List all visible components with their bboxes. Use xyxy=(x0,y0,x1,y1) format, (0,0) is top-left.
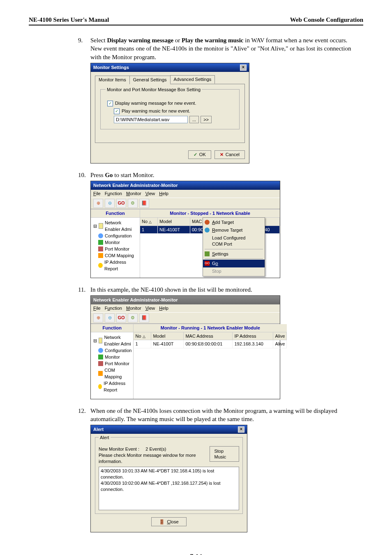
nea2-titlebar: Network Enabler Administrator-Monitor xyxy=(91,296,280,304)
x-icon: ✕ xyxy=(220,152,224,158)
alert-close-button[interactable]: 🚪 Close xyxy=(151,517,186,526)
toolbar-add-icon-2[interactable]: ⊕ xyxy=(93,313,103,322)
tree-port-monitor[interactable]: Port Monitor xyxy=(98,246,138,252)
tree-com-mapping[interactable]: COM Mapping xyxy=(98,252,138,259)
menu-monitor-2[interactable]: Monitor xyxy=(126,305,141,311)
toolbar-settings-icon-2[interactable]: ⚙ xyxy=(128,313,138,322)
function-tree: ⊟Network Enabler Admi Configuration Moni… xyxy=(91,218,140,278)
step-10: 10. Press Go to start Monitor. xyxy=(78,171,359,179)
alert-close-icon[interactable]: × xyxy=(238,426,244,433)
ctx-settings[interactable]: Settings xyxy=(203,250,265,258)
col-alive[interactable]: Alive xyxy=(273,332,287,340)
display-warning-checkbox[interactable]: ✓ xyxy=(107,101,113,106)
play-preview-button[interactable]: >> xyxy=(201,116,212,123)
ctx-stop: Stop xyxy=(203,267,265,275)
page-number: 7-14 xyxy=(29,553,363,555)
ctx-load-com[interactable]: Load Configured COM Port xyxy=(203,234,265,248)
nea1-menubar: File Function Monitor View Help xyxy=(91,190,280,198)
display-warning-label: Display warning message for new event. xyxy=(115,100,196,106)
menu-function[interactable]: Function xyxy=(105,191,122,197)
menu-file[interactable]: File xyxy=(93,191,101,197)
ctx-separator xyxy=(205,249,263,249)
ok-button[interactable]: ✓ OK xyxy=(188,150,211,159)
settings-icon xyxy=(205,251,210,256)
menu-view-2[interactable]: View xyxy=(145,305,155,311)
function-tree-2: ⊟Network Enabler Admi Configuration Moni… xyxy=(91,332,133,399)
chapter-title: Web Console Configuration xyxy=(290,16,363,23)
nea1-title: Network Enabler Administrator-Monitor xyxy=(93,182,178,189)
ctx-add-target[interactable]: Add Target xyxy=(203,219,265,226)
alert-titlebar: Alert × xyxy=(91,425,247,434)
ctx-go[interactable]: GOGo xyxy=(203,260,265,267)
tree-monitor-2[interactable]: Monitor xyxy=(98,354,131,360)
col-model-2[interactable]: Model xyxy=(151,332,184,340)
manual-title: NE-4100 Series User's Manual xyxy=(29,16,109,23)
stop-music-button[interactable]: Stop Music xyxy=(210,446,239,462)
browse-button[interactable]: ... xyxy=(189,116,199,123)
tree-configuration-2[interactable]: Configuration xyxy=(98,347,131,354)
group-title: Monitor and Port Monitor Message Box Set… xyxy=(106,87,202,93)
monitor-settings-dialog: Monitor Settings × Monitor Items General… xyxy=(90,63,249,164)
play-music-checkbox-row: ✓ Play warning music for new event. xyxy=(114,108,234,114)
nea1-toolbar: ⊕ ⊖ GO ⚙ 📕 xyxy=(91,198,280,209)
alert-event-line: New Monitor Event : 2 Event(s) xyxy=(99,446,210,452)
page-header: NE-4100 Series User's Manual Web Console… xyxy=(29,16,363,25)
col-no[interactable]: No △ xyxy=(140,218,158,226)
monitor-settings-titlebar: Monitor Settings × xyxy=(91,63,249,72)
menu-help[interactable]: Help xyxy=(159,191,168,197)
folder-icon xyxy=(99,223,103,229)
close-icon[interactable]: × xyxy=(240,64,247,71)
menu-help-2[interactable]: Help xyxy=(159,305,168,311)
menu-function-2[interactable]: Function xyxy=(105,305,122,311)
tree-root[interactable]: ⊟Network Enabler Admi xyxy=(93,219,138,233)
toolbar-exit-icon[interactable]: 📕 xyxy=(139,199,149,208)
tree-ip-report-2[interactable]: IP Address Report xyxy=(98,380,131,393)
toolbar-go-button-2[interactable]: GO xyxy=(116,313,126,322)
col-model[interactable]: Model xyxy=(158,218,190,226)
toolbar-remove-icon[interactable]: ⊖ xyxy=(105,199,115,208)
toolbar-go-button[interactable]: GO xyxy=(116,199,126,208)
grid-row-2[interactable]: 1 NE-4100T 00:90:E8:00:00:01 192.168.3.1… xyxy=(134,340,287,348)
menu-file-2[interactable]: File xyxy=(93,305,101,311)
tab-monitor-items[interactable]: Monitor Items xyxy=(95,76,130,84)
play-music-checkbox[interactable]: ✓ xyxy=(114,108,120,114)
toolbar-settings-icon[interactable]: ⚙ xyxy=(128,199,138,208)
tree-port-monitor-2[interactable]: Port Monitor xyxy=(98,360,131,367)
cancel-button[interactable]: ✕ Cancel xyxy=(214,150,245,159)
add-icon xyxy=(205,220,210,225)
col-ip-2[interactable]: IP Address xyxy=(233,332,273,340)
menu-view[interactable]: View xyxy=(145,191,155,197)
monitor-icon xyxy=(98,240,103,245)
grid-header-2: No △ Model MAC Address IP Address Alive xyxy=(134,332,287,341)
door-icon: 🚪 xyxy=(159,519,165,525)
toolbar-exit-icon-2[interactable]: 📕 xyxy=(139,313,149,322)
col-mac-2[interactable]: MAC Address xyxy=(184,332,233,340)
toolbar-remove-icon-2[interactable]: ⊖ xyxy=(105,313,115,322)
toolbar-add-icon[interactable]: ⊕ xyxy=(93,199,103,208)
ip-report-icon xyxy=(98,263,103,268)
step-11-text: In this example, the NE-4100 shown in th… xyxy=(90,286,359,294)
tree-monitor[interactable]: Monitor xyxy=(98,239,138,246)
menu-monitor[interactable]: Monitor xyxy=(126,191,141,197)
step-12-text: When one of the NE-4100s loses connectio… xyxy=(90,407,359,424)
nea2-toolbar: ⊕ ⊖ GO ⚙ 📕 xyxy=(91,312,280,324)
step-9-text: Select Display warning message or Play t… xyxy=(90,36,359,61)
port-monitor-icon xyxy=(98,361,103,366)
ctx-remove-target[interactable]: Remove Target xyxy=(203,226,265,234)
step-10-text: Press Go to start Monitor. xyxy=(90,171,359,179)
tree-configuration[interactable]: Configuration xyxy=(98,233,138,239)
tree-ip-report[interactable]: IP Address Report xyxy=(98,259,138,272)
port-monitor-icon xyxy=(98,246,103,251)
nea2-title: Network Enabler Administrator-Monitor xyxy=(93,297,178,303)
step-10-num: 10. xyxy=(78,171,90,179)
nea2-menubar: File Function Monitor View Help xyxy=(91,304,280,312)
tree-com-mapping-2[interactable]: COM Mapping xyxy=(98,367,131,380)
alert-log[interactable]: 4/30/2003 10:01:33 AM NE-4*DBT 192.168.4… xyxy=(99,467,239,510)
tree-root-2[interactable]: ⊟Network Enabler Admi xyxy=(93,334,131,347)
tab-advanced-settings[interactable]: Advanced Settings xyxy=(170,75,215,84)
wav-path-input[interactable] xyxy=(114,116,188,123)
alert-title: Alert xyxy=(93,426,104,433)
col-no-2[interactable]: No △ xyxy=(134,332,151,340)
tab-general-settings[interactable]: General Settings xyxy=(129,76,171,84)
nea-monitor-stopped-window: Network Enabler Administrator-Monitor Fi… xyxy=(90,181,280,278)
